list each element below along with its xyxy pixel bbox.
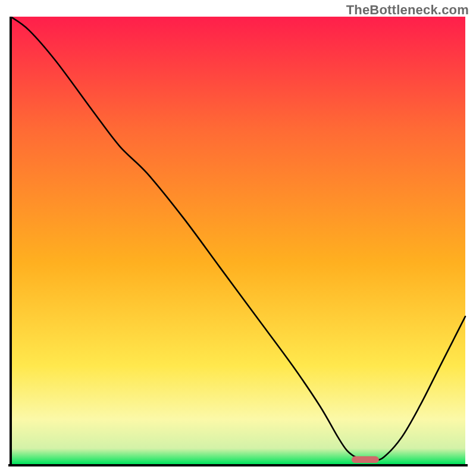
watermark-text: TheBottleneck.com (346, 2, 469, 18)
plot-svg (8, 17, 468, 469)
optimal-marker (352, 456, 379, 463)
plot-area (8, 17, 468, 469)
gradient-background (11, 17, 465, 464)
chart-frame: TheBottleneck.com (0, 0, 476, 476)
